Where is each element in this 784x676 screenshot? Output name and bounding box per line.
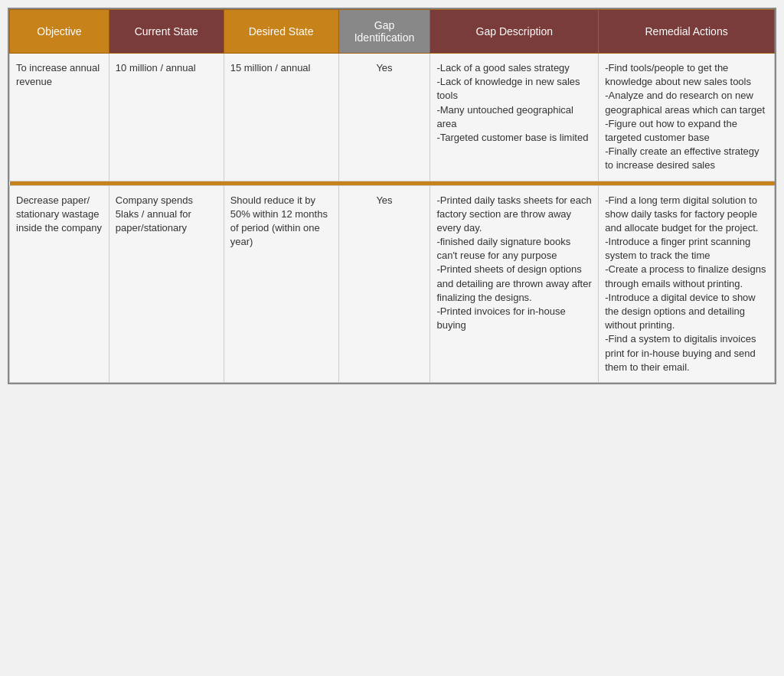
header-desired-state: Desired State [224,10,338,54]
header-gap-identification: Gap Identification [338,10,430,54]
header-gap-description: Gap Description [430,10,599,54]
header-objective: Objective [10,10,109,54]
table-cell-col-current: 10 million / annual [109,54,224,181]
table-cell-col-remedial: -Find tools/people to get the knowledge … [599,54,775,181]
table-cell-col-desired: 15 million / annual [224,54,338,181]
header-remedial-actions: Remedial Actions [599,10,775,54]
table-cell-col-desired: Should reduce it by 50% within 12 months… [224,185,338,382]
table-cell-col-objective: To increase annual revenue [10,54,109,181]
table-cell-col-gap-desc: -Lack of a good sales strategy-Lack of k… [430,54,599,181]
table-cell-col-gap-id: Yes [338,54,430,181]
table-row: Decrease paper/ stationary wastage insid… [10,185,775,382]
table-cell-col-objective: Decrease paper/ stationary wastage insid… [10,185,109,382]
table-cell-col-remedial: -Find a long term digital solution to sh… [599,185,775,382]
header-current-state: Current State [109,10,224,54]
table-cell-col-current: Company spends 5laks / annual for paper/… [109,185,224,382]
table-cell-col-gap-id: Yes [338,185,430,382]
gap-analysis-table: Objective Current State Desired State Ga… [8,8,776,384]
table-row: To increase annual revenue10 million / a… [10,54,775,181]
table-cell-col-gap-desc: -Printed daily tasks sheets for each fac… [430,185,599,382]
